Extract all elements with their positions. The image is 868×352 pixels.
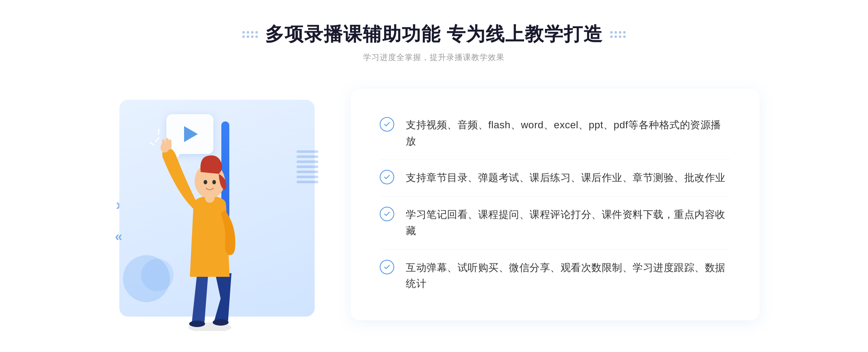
svg-line-13 xyxy=(158,129,159,134)
double-arrows: « xyxy=(115,229,122,244)
svg-point-6 xyxy=(212,180,216,184)
feature-item-3: 学习笔记回看、课程提问、课程评论打分、课件资料下载，重点内容收藏 xyxy=(380,197,731,250)
page-header: 多项录播课辅助功能 专为线上教学打造 学习进度全掌握，提升录播课教学效果 xyxy=(242,22,626,63)
title-row: 多项录播课辅助功能 专为线上教学打造 xyxy=(242,22,626,47)
decorative-stripes xyxy=(297,150,318,186)
feature-item-4: 互动弹幕、试听购买、微信分享、观看次数限制、学习进度跟踪、数据统计 xyxy=(380,250,731,302)
content-area: » « xyxy=(109,78,760,331)
svg-rect-8 xyxy=(162,139,165,150)
svg-rect-9 xyxy=(166,138,169,149)
illustration-wrapper: » « xyxy=(109,78,362,331)
svg-point-1 xyxy=(189,321,205,327)
right-decorator xyxy=(610,31,626,38)
svg-point-5 xyxy=(204,180,207,184)
check-circle-3 xyxy=(380,207,394,221)
feature-item-2: 支持章节目录、弹题考试、课后练习、课后作业、章节测验、批改作业 xyxy=(380,160,731,197)
main-title: 多项录播课辅助功能 专为线上教学打造 xyxy=(265,22,603,47)
svg-line-11 xyxy=(156,138,159,141)
features-panel: 支持视频、音频、flash、word、excel、ppt、pdf等各种格式的资源… xyxy=(351,89,760,321)
check-circle-4 xyxy=(380,260,394,274)
svg-line-12 xyxy=(150,142,154,145)
check-circle-2 xyxy=(380,170,394,184)
check-circle-1 xyxy=(380,117,394,132)
feature-text-2: 支持章节目录、弹题考试、课后练习、课后作业、章节测验、批改作业 xyxy=(406,170,726,186)
feature-text-4: 互动弹幕、试听购买、微信分享、观看次数限制、学习进度跟踪、数据统计 xyxy=(406,260,731,292)
svg-rect-10 xyxy=(169,139,171,150)
person-figure xyxy=(141,121,278,331)
svg-point-2 xyxy=(213,319,229,326)
subtitle: 学习进度全掌握，提升录播课教学效果 xyxy=(363,52,505,63)
left-decorator xyxy=(242,31,258,38)
feature-text-3: 学习笔记回看、课程提问、课程评论打分、课件资料下载，重点内容收藏 xyxy=(406,207,731,239)
feature-item-1: 支持视频、音频、flash、word、excel、ppt、pdf等各种格式的资源… xyxy=(380,107,731,160)
feature-text-1: 支持视频、音频、flash、word、excel、ppt、pdf等各种格式的资源… xyxy=(406,117,731,150)
